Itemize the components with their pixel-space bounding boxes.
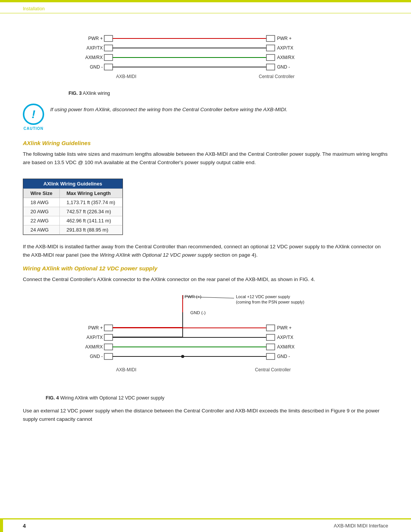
- section2-heading: Wiring AXlink with Optional 12 VDC power…: [23, 265, 388, 272]
- fig3-label-axptx-left: AXP/TX: [86, 45, 103, 51]
- fig4-label-axptx-right: AXP/TX: [277, 335, 293, 340]
- fig3-box-pwr-right: [266, 35, 275, 42]
- section1-body: The following table lists wire sizes and…: [23, 150, 388, 166]
- table-cell-wiresize: 20 AWG: [24, 207, 60, 216]
- fig3-box-axptx-left: [104, 45, 113, 51]
- fig4-box-axmrx-right: [266, 344, 275, 350]
- fig3-diagram: PWR + AXP/TX AXM/RX GND - PWR + AXP/TX A…: [72, 29, 339, 88]
- fig3-diagram-container: PWR + AXP/TX AXM/RX GND - PWR + AXP/TX A…: [23, 29, 388, 88]
- fig3-box-axmrx-left: [104, 54, 113, 61]
- body-middle-text2: section on page 4).: [212, 252, 258, 258]
- fig4-box-pwr-left: [104, 325, 113, 331]
- breadcrumb: Installation: [23, 6, 45, 11]
- fig4-diagram-container: PWR (+) GND (-) Local +12 VDC power supp…: [23, 291, 388, 392]
- table-row: 18 AWG1,173.71 ft (357.74 m): [24, 198, 123, 207]
- caution-icon-block: ! CAUTION: [23, 104, 44, 131]
- header: Installation: [0, 2, 411, 13]
- table-row: 22 AWG462.96 ft (141.11 m): [24, 216, 123, 225]
- fig3-label-axmrx-left: AXM/RX: [85, 55, 103, 60]
- fig4-caption-text: Wiring AXlink with Optional 12 VDC power…: [59, 395, 164, 401]
- caution-label: CAUTION: [24, 126, 44, 131]
- fig4-box-pwr-right: [266, 325, 275, 331]
- fig3-label-axmrx-right: AXM/RX: [277, 55, 295, 60]
- footer-title: AXB-MIDI MIDI Interface: [334, 523, 388, 529]
- fig3-label-axptx-right: AXP/TX: [277, 45, 293, 51]
- fig4-diagram: PWR (+) GND (-) Local +12 VDC power supp…: [72, 291, 339, 392]
- fig3-box-gnd-left: [104, 64, 113, 70]
- fig4-box-gnd-left: [104, 353, 113, 359]
- fig4-label-axptx-left: AXP/TX: [86, 335, 103, 340]
- main-content: PWR + AXP/TX AXM/RX GND - PWR + AXP/TX A…: [0, 13, 411, 452]
- fig4-caption: FIG. 4 Wiring AXlink with Optional 12 VD…: [23, 395, 388, 401]
- fig3-cc-label: Central Controller: [259, 74, 295, 79]
- fig3-axbmidi-label: AXB-MIDI: [116, 74, 136, 79]
- fig4-box-gnd-right: [266, 353, 275, 359]
- body-middle-italic: Wiring AXlink with Optional 12 VDC power…: [100, 252, 213, 258]
- axlink-table: Wire Size Max Wiring Length 18 AWG1,173.…: [23, 189, 123, 235]
- fig4-label-axmrx-right: AXM/RX: [277, 344, 295, 350]
- caution-circle-icon: !: [23, 104, 44, 125]
- section1-heading: AXlink Wiring Guidelines: [23, 140, 388, 146]
- table-cell-maxlength: 1,173.71 ft (357.74 m): [59, 198, 122, 207]
- fig3-box-axptx-right: [266, 45, 275, 51]
- fig3-label-pwr-right: PWR +: [277, 36, 292, 41]
- body-bottom: Use an external 12 VDC power supply when…: [23, 407, 388, 423]
- fig3-box-axmrx-right: [266, 54, 275, 61]
- section2-body: Connect the Central Controller's AXlink …: [23, 275, 388, 284]
- fig4-label-pwr-left: PWR +: [88, 325, 103, 331]
- table-col-wiresize: Wire Size: [24, 189, 60, 198]
- footer: 4 AXB-MIDI MIDI Interface: [0, 518, 411, 532]
- fig3-caption-text: AXlink wiring: [82, 91, 110, 96]
- table-row: 20 AWG742.57 ft (226.34 m): [24, 207, 123, 216]
- caution-italic-text: If using power from AXlink, disconnect t…: [50, 107, 287, 112]
- fig4-note-line2: (coming from the PSN power supply): [236, 300, 304, 304]
- table-cell-maxlength: 742.57 ft (226.34 m): [59, 207, 122, 216]
- table-cell-wiresize: 22 AWG: [24, 216, 60, 225]
- footer-accent: [0, 518, 3, 532]
- fig4-box-axptx-right: [266, 334, 275, 340]
- caution-section: ! CAUTION If using power from AXlink, di…: [23, 104, 388, 131]
- fig3-caption: FIG. 3 AXlink wiring: [23, 91, 388, 96]
- fig3-box-gnd-right: [266, 64, 275, 70]
- fig3-label-pwr-left: PWR +: [88, 36, 103, 41]
- fig3-label-gnd-left: GND -: [90, 64, 103, 70]
- fig4-gnd-dot: [181, 355, 184, 358]
- fig4-gnd-minus-label: GND (-): [190, 310, 206, 315]
- fig4-note-line1: Local +12 VDC power supply: [236, 294, 290, 299]
- axlink-table-wrapper: AXlink Wiring Guidelines Wire Size Max W…: [23, 179, 123, 235]
- fig4-label-gnd-left: GND -: [90, 354, 103, 359]
- table-row: 24 AWG291.83 ft (88.95 m): [24, 225, 123, 235]
- fig4-box-axmrx-left: [104, 344, 113, 350]
- table-col-maxlength: Max Wiring Length: [59, 189, 122, 198]
- fig4-caption-bold: FIG. 4: [46, 395, 59, 401]
- fig4-cc-label: Central Controller: [255, 367, 291, 372]
- body-middle: If the AXB-MIDI is installed farther awa…: [23, 243, 388, 259]
- fig4-label-gnd-right: GND -: [277, 354, 290, 359]
- fig3-label-gnd-right: GND -: [277, 64, 290, 70]
- fig4-axbmidi-label: AXB-MIDI: [116, 367, 136, 372]
- table-title: AXlink Wiring Guidelines: [23, 179, 123, 189]
- fig4-label-pwr-right: PWR +: [277, 325, 292, 331]
- fig3-box-pwr-left: [104, 35, 113, 42]
- table-cell-wiresize: 18 AWG: [24, 198, 60, 207]
- table-cell-maxlength: 462.96 ft (141.11 m): [59, 216, 122, 225]
- table-cell-wiresize: 24 AWG: [24, 225, 60, 235]
- fig3-caption-bold: FIG. 3: [68, 91, 82, 96]
- fig4-box-axptx-left: [104, 334, 113, 340]
- table-cell-maxlength: 291.83 ft (88.95 m): [59, 225, 122, 235]
- fig4-label-axmrx-left: AXM/RX: [85, 344, 103, 350]
- footer-page-number: 4: [23, 523, 26, 529]
- caution-text: If using power from AXlink, disconnect t…: [50, 104, 287, 113]
